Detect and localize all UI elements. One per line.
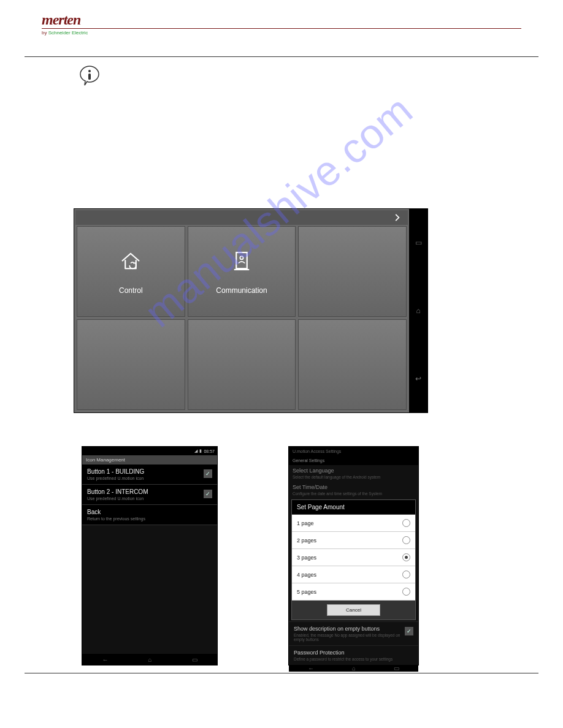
- radio-option[interactable]: 2 pages: [292, 532, 415, 549]
- tile-empty[interactable]: [188, 319, 296, 410]
- home-icon[interactable]: ⌂: [148, 656, 151, 663]
- tile-label: Communication: [216, 286, 267, 295]
- tile-control[interactable]: Control: [77, 226, 185, 317]
- row-title: Password Protection: [294, 650, 413, 656]
- tile-empty[interactable]: [298, 319, 407, 410]
- list-item[interactable]: Back Return to the previous settings: [82, 505, 217, 525]
- radio-option[interactable]: 1 page: [292, 515, 415, 532]
- divider-top: [25, 56, 538, 57]
- row-title: Select Language: [293, 468, 415, 474]
- back-icon[interactable]: ←: [308, 665, 314, 672]
- radio-icon: [402, 519, 410, 527]
- dialog-actions: Cancel: [292, 601, 415, 620]
- list-item[interactable]: Show description on empty buttons Enable…: [289, 621, 418, 645]
- tile-empty[interactable]: [77, 319, 185, 410]
- recent-apps-icon[interactable]: ▭: [394, 665, 399, 672]
- list-item: Set Time/Date Configure the date and tim…: [289, 482, 418, 498]
- list-item[interactable]: Button 1 - BUILDING Use predefined U.mot…: [82, 464, 217, 485]
- logo-se: Schneider Electric: [48, 30, 88, 36]
- dialog-set-page-amount: Set Page Amount 1 page 2 pages 3 pages 4…: [291, 499, 416, 620]
- row-title: Show description on empty buttons: [294, 626, 405, 632]
- row-subtitle: Return to the previous settings: [87, 517, 145, 521]
- screenshot-launcher: Control Communication ▭: [74, 208, 428, 413]
- tile-communication[interactable]: Communication: [188, 226, 296, 317]
- logo-by: by: [42, 30, 48, 36]
- recent-apps-icon[interactable]: ▭: [415, 238, 422, 247]
- row-title: Button 2 - INTERCOM: [87, 488, 148, 495]
- row-subtitle: Use predefined U.motion icon: [87, 496, 148, 501]
- signal-icon: ◢: [194, 449, 197, 453]
- logo-subline: by Schneider Electric: [42, 28, 521, 36]
- logo-brand: merten: [42, 12, 521, 27]
- row-subtitle: Configure the date and time settings of …: [293, 491, 415, 496]
- back-icon[interactable]: ←: [102, 656, 108, 663]
- checkbox-icon[interactable]: ✓: [204, 469, 212, 478]
- tile-empty[interactable]: [298, 226, 407, 317]
- divider-bottom: [25, 673, 538, 673]
- house-hand-icon: [118, 248, 144, 274]
- info-icon: [79, 65, 101, 87]
- radio-option[interactable]: 5 pages: [292, 583, 415, 601]
- list-item[interactable]: Button 2 - INTERCOM Use predefined U.mot…: [82, 485, 217, 505]
- android-navbar: ← ⌂ ▭: [289, 665, 418, 672]
- row-subtitle: Enabled, the message No app assigned wil…: [294, 633, 405, 642]
- row-title: Button 1 - BUILDING: [87, 468, 144, 475]
- radio-icon: [402, 536, 410, 544]
- back-icon[interactable]: ↩: [415, 374, 421, 383]
- dialog-title: Set Page Amount: [292, 500, 415, 515]
- radio-option[interactable]: 3 pages: [292, 549, 415, 566]
- option-label: 1 page: [297, 520, 314, 526]
- svg-point-0: [88, 70, 91, 72]
- row-title: Back: [87, 509, 145, 515]
- android-navbar: ← ⌂ ▭: [82, 654, 217, 665]
- option-label: 5 pages: [297, 589, 316, 595]
- option-label: 3 pages: [297, 555, 316, 561]
- checkbox-icon[interactable]: ✓: [204, 490, 212, 498]
- svg-rect-1: [88, 74, 91, 80]
- checkbox-icon[interactable]: ✓: [405, 627, 413, 635]
- row-subtitle: Select the default language of the Andro…: [293, 475, 415, 479]
- cancel-button[interactable]: Cancel: [327, 604, 380, 616]
- radio-icon: [402, 553, 410, 561]
- row-title: Set Time/Date: [293, 484, 415, 490]
- status-time: 08:57: [204, 449, 215, 453]
- radio-icon: [402, 588, 410, 596]
- section-header: General Settings: [289, 456, 418, 465]
- recent-apps-icon[interactable]: ▭: [192, 656, 197, 663]
- logo-block: merten by Schneider Electric: [42, 12, 521, 36]
- status-bar: ◢ ▮ 08:57: [82, 447, 217, 455]
- breadcrumb: U.motion Access Settings: [289, 447, 418, 456]
- list-item: Select Language Select the default langu…: [289, 465, 418, 482]
- home-icon[interactable]: ⌂: [352, 665, 356, 672]
- radio-option[interactable]: 4 pages: [292, 566, 415, 583]
- row-subtitle: Define a password to restrict the access…: [294, 657, 413, 661]
- intercom-icon: [229, 248, 255, 274]
- screenshot-page-amount: U.motion Access Settings General Setting…: [288, 446, 419, 665]
- tile-label: Control: [119, 286, 143, 295]
- screen-title: Icon Management: [82, 455, 217, 464]
- row-subtitle: Use predefined U.motion icon: [87, 476, 144, 480]
- chevron-right-icon[interactable]: [393, 213, 402, 222]
- home-icon[interactable]: ⌂: [416, 306, 420, 315]
- radio-icon: [402, 571, 410, 578]
- svg-point-3: [240, 256, 243, 259]
- option-label: 4 pages: [297, 572, 316, 578]
- list-item[interactable]: Password Protection Define a password to…: [289, 645, 418, 665]
- screenshot-icon-management: ◢ ▮ 08:57 Icon Management Button 1 - BUI…: [82, 446, 218, 665]
- option-label: 2 pages: [297, 537, 316, 544]
- launcher-topbar: [75, 210, 408, 225]
- svg-rect-2: [236, 252, 247, 268]
- android-navbar: ▭ ⌂ ↩: [409, 209, 427, 412]
- battery-icon: ▮: [199, 449, 202, 453]
